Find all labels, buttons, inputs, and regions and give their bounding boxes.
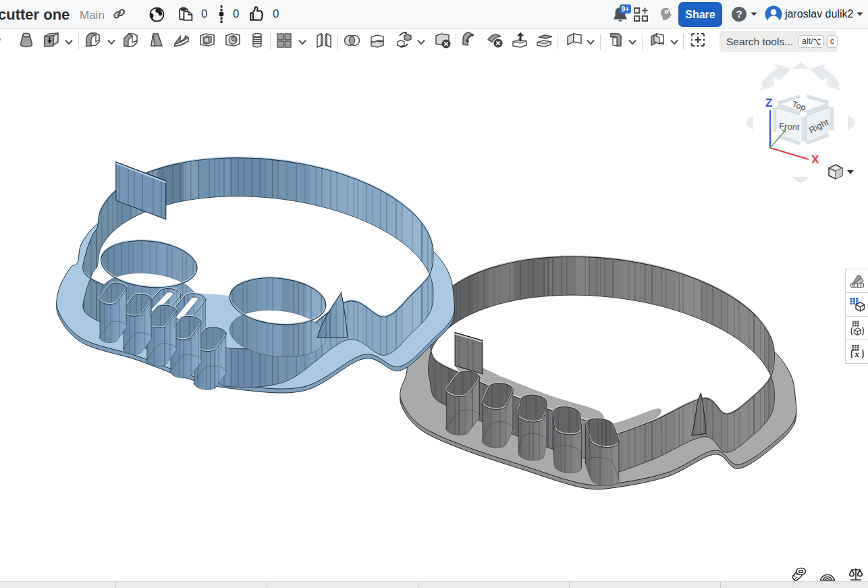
svg-text:?: ?: [736, 8, 742, 20]
svg-text:X: X: [811, 153, 819, 166]
svg-text:Front: Front: [779, 121, 801, 132]
svg-text:x: x: [854, 349, 859, 359]
svg-text:Z: Z: [765, 97, 772, 109]
svg-text:9+: 9+: [622, 5, 630, 13]
